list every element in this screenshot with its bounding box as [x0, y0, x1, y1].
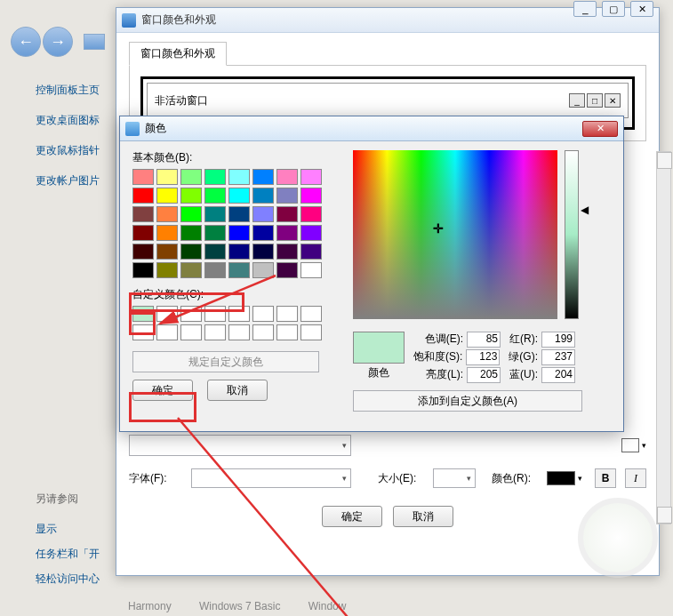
color1-swatch[interactable] [621, 438, 639, 452]
luminosity-slider[interactable] [565, 150, 579, 319]
basic-color-cell[interactable] [300, 262, 322, 278]
basic-color-cell[interactable] [300, 206, 322, 222]
basic-color-cell[interactable] [132, 206, 154, 222]
italic-button[interactable]: I [625, 468, 646, 488]
highlight-custom-label [129, 292, 244, 312]
basic-color-cell[interactable] [252, 188, 274, 204]
basic-color-cell[interactable] [156, 169, 178, 185]
green-input[interactable]: 237 [541, 349, 575, 365]
basic-color-cell[interactable] [300, 188, 322, 204]
item-dropdown[interactable] [129, 435, 351, 456]
basic-color-cell[interactable] [180, 206, 202, 222]
basic-color-cell[interactable] [228, 206, 250, 222]
font-dropdown[interactable] [191, 468, 351, 488]
sidebar-link-mouse-pointer[interactable]: 更改鼠标指针 [36, 142, 124, 158]
basic-color-cell[interactable] [252, 169, 274, 185]
basic-color-cell[interactable] [132, 262, 154, 278]
color-dialog-icon [125, 122, 140, 136]
custom-color-cell[interactable] [252, 324, 274, 340]
basic-color-cell[interactable] [156, 225, 178, 241]
hue-input[interactable]: 85 [467, 332, 501, 348]
custom-color-cell[interactable] [300, 306, 322, 322]
add-to-custom-button[interactable]: 添加到自定义颜色(A) [353, 390, 582, 412]
custom-color-cell[interactable] [204, 324, 226, 340]
basic-color-cell[interactable] [156, 206, 178, 222]
basic-color-cell[interactable] [156, 262, 178, 278]
theme-harmony[interactable]: Harmony [128, 600, 172, 612]
basic-color-cell[interactable] [300, 244, 322, 260]
close-icon[interactable]: ✕ [630, 1, 653, 17]
custom-color-cell[interactable] [276, 306, 298, 322]
theme-win7basic[interactable]: Windows 7 Basic [199, 600, 280, 612]
color-cancel-button[interactable]: 取消 [207, 380, 268, 401]
basic-color-cell[interactable] [276, 244, 298, 260]
basic-color-cell[interactable] [204, 262, 226, 278]
custom-color-cell[interactable] [300, 324, 322, 340]
custom-color-cell[interactable] [252, 306, 274, 322]
sat-input[interactable]: 123 [466, 349, 500, 365]
nav-dropdown-icon[interactable] [84, 34, 105, 50]
custom-color-cell[interactable] [156, 324, 178, 340]
define-custom-button[interactable]: 规定自定义颜色 [132, 351, 319, 372]
basic-color-cell[interactable] [276, 169, 298, 185]
basic-color-cell[interactable] [300, 169, 322, 185]
basic-color-cell[interactable] [180, 244, 202, 260]
basic-color-cell[interactable] [132, 244, 154, 260]
basic-color-cell[interactable] [180, 262, 202, 278]
basic-color-cell[interactable] [228, 262, 250, 278]
maximize-icon[interactable]: ▢ [602, 1, 625, 17]
basic-color-cell[interactable] [252, 244, 274, 260]
basic-color-cell[interactable] [228, 244, 250, 260]
basic-color-cell[interactable] [180, 169, 202, 185]
basic-color-cell[interactable] [132, 225, 154, 241]
lum-input[interactable]: 205 [467, 367, 501, 383]
minimize-icon[interactable]: ⎯ [573, 1, 597, 17]
basic-color-cell[interactable] [204, 188, 226, 204]
color-dialog-close-button[interactable]: ✕ [582, 121, 618, 137]
basic-color-cell[interactable] [276, 206, 298, 222]
basic-color-cell[interactable] [156, 244, 178, 260]
theme-window[interactable]: Window [308, 600, 347, 612]
basic-color-cell[interactable] [204, 169, 226, 185]
basic-color-cell[interactable] [252, 225, 274, 241]
tab-window-color[interactable]: 窗口颜色和外观 [129, 42, 227, 66]
see-also-display[interactable]: 显示 [36, 521, 124, 537]
hue-sat-picker[interactable]: ✛ [353, 150, 557, 319]
basic-color-cell[interactable] [252, 206, 274, 222]
basic-color-cell[interactable] [276, 225, 298, 241]
size-dropdown[interactable] [433, 468, 476, 488]
basic-color-cell[interactable] [276, 188, 298, 204]
basic-color-cell[interactable] [204, 244, 226, 260]
parent-ok-button[interactable]: 确定 [322, 506, 382, 527]
red-input[interactable]: 199 [541, 332, 575, 348]
sidebar-link-account-picture[interactable]: 更改帐户图片 [36, 172, 124, 188]
font-color-dropdown[interactable]: ▾ [547, 468, 582, 488]
sidebar-home[interactable]: 控制面板主页 [36, 82, 124, 98]
back-button[interactable]: ← [11, 27, 41, 57]
basic-color-cell[interactable] [156, 188, 178, 204]
forward-button[interactable]: → [43, 27, 73, 57]
custom-color-cell[interactable] [180, 324, 202, 340]
sidebar-link-desktop-icons[interactable]: 更改桌面图标 [36, 112, 124, 128]
basic-color-cell[interactable] [204, 206, 226, 222]
custom-color-cell[interactable] [276, 324, 298, 340]
parent-cancel-button[interactable]: 取消 [393, 506, 453, 527]
basic-color-cell[interactable] [132, 188, 154, 204]
blue-input[interactable]: 204 [541, 367, 575, 383]
basic-color-cell[interactable] [228, 169, 250, 185]
basic-color-cell[interactable] [276, 262, 298, 278]
color-solid-label: 颜色 [353, 365, 405, 380]
see-also-taskbar[interactable]: 任务栏和「开 [36, 546, 124, 562]
see-also-ease-of-access[interactable]: 轻松访问中心 [36, 571, 124, 587]
basic-color-cell[interactable] [180, 188, 202, 204]
basic-color-cell[interactable] [300, 225, 322, 241]
custom-color-cell[interactable] [228, 324, 250, 340]
basic-color-cell[interactable] [252, 262, 274, 278]
basic-color-cell[interactable] [228, 225, 250, 241]
basic-color-cell[interactable] [228, 188, 250, 204]
scrollbar[interactable] [656, 151, 671, 524]
basic-color-cell[interactable] [204, 225, 226, 241]
bold-button[interactable]: B [595, 468, 616, 488]
basic-color-cell[interactable] [180, 225, 202, 241]
basic-color-cell[interactable] [132, 169, 154, 185]
